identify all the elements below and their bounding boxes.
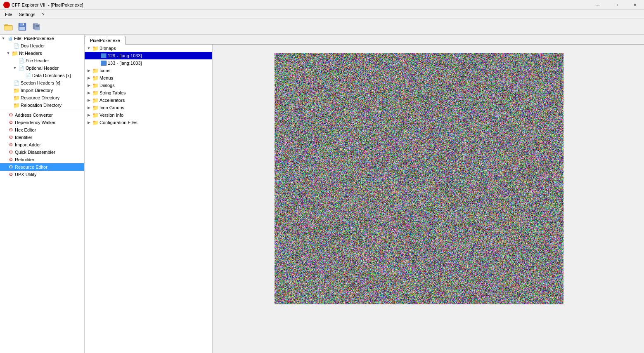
resource-node-version-info[interactable]: ▶ 📁 Version Info [85, 111, 212, 119]
expand-icon-groups[interactable]: ▶ [86, 105, 91, 110]
folder-version-info-icon: 📁 [92, 112, 99, 118]
resource-node-configuration-files[interactable]: ▶ 📁 Configuration Files [85, 119, 212, 126]
page-oh-icon: 📄 [18, 65, 25, 71]
expand-dialogs[interactable]: ▶ [86, 83, 91, 88]
section-headers-label: Section Headers [x] [21, 80, 60, 85]
left-panel: ▼ 🖥 File: PixelPoker.exe ▶ 📄 Dos Header … [0, 35, 85, 353]
expand-icons[interactable]: ▶ [86, 68, 91, 73]
folder-icons-icon: 📁 [92, 67, 99, 74]
svg-rect-5 [19, 27, 25, 30]
resource-node-string-tables[interactable]: ▶ 📁 String Tables [85, 89, 212, 96]
resource-node-bitmap-133[interactable]: ▶ 133 - [lang:1033] [85, 59, 212, 67]
title-text: CFF Explorer VIII - [PixelPoker.exe] [12, 2, 83, 7]
menus-label: Menus [99, 75, 113, 80]
tab-pixelpoker[interactable]: PixelPoker.exe [85, 36, 125, 45]
resource-node-dialogs[interactable]: ▶ 📁 Dialogs [85, 82, 212, 89]
folder-dialogs-icon: 📁 [92, 82, 99, 89]
tree-node-dos-header[interactable]: ▶ 📄 Dos Header [0, 42, 84, 49]
expand-configuration-files[interactable]: ▶ [86, 120, 91, 125]
minimize-button[interactable]: — [588, 0, 607, 10]
open-button[interactable] [2, 20, 15, 33]
bitmap-133-label: 133 - [lang:1033] [108, 61, 142, 66]
folder-string-tables-icon: 📁 [92, 89, 99, 96]
expand-string-tables[interactable]: ▶ [86, 90, 91, 95]
tree-node-relocation-directory[interactable]: ▶ 📁 Relocation Directory [0, 101, 84, 109]
menu-file[interactable]: File [2, 11, 16, 18]
expand-version-info[interactable]: ▶ [86, 113, 91, 118]
gear-ident-icon: ⚙ [7, 134, 14, 141]
title-bar: CFF Explorer VIII - [PixelPoker.exe] — □… [0, 0, 644, 10]
tree-node-import-adder[interactable]: ▶ ⚙ Import Adder [0, 141, 84, 148]
tree-node-file-header[interactable]: ▶ 📄 File Header [0, 57, 84, 64]
tree-node-rebuilder[interactable]: ▶ ⚙ Rebuilder [0, 156, 84, 163]
gear-qd-icon: ⚙ [7, 149, 14, 155]
copy-button[interactable] [30, 20, 43, 33]
menu-bar: File Settings ? [0, 10, 644, 19]
resource-node-icons[interactable]: ▶ 📁 Icons [85, 67, 212, 74]
version-info-label: Version Info [99, 113, 123, 118]
gear-reb-icon: ⚙ [7, 156, 14, 163]
menu-help[interactable]: ? [38, 11, 47, 18]
svg-rect-6 [23, 24, 24, 25]
tree-node-resource-directory[interactable]: ▶ 📁 Resource Directory [0, 94, 84, 101]
page-sh-icon: 📄 [13, 80, 20, 86]
expand-bitmaps[interactable]: ▼ [86, 46, 91, 51]
tree-node-import-directory[interactable]: ▶ 📁 Import Directory [0, 87, 84, 94]
tree-node-hex-editor[interactable]: ▶ ⚙ Hex Editor [0, 126, 84, 134]
menu-settings[interactable]: Settings [16, 11, 39, 18]
folder-accelerators-icon: 📁 [92, 97, 99, 104]
resource-editor-label: Resource Editor [15, 165, 47, 169]
right-panel: PixelPoker.exe ▼ 📁 Bitmaps ▶ 129 - [la [85, 35, 644, 353]
folder-bitmaps-icon: 📁 [92, 45, 99, 52]
gear-re-icon: ⚙ [7, 164, 14, 170]
bitmap-129-icon [100, 52, 107, 59]
tree-node-nt-headers[interactable]: ▼ 📁 Nt Headers [0, 49, 84, 57]
resource-node-accelerators[interactable]: ▶ 📁 Accelerators [85, 96, 212, 104]
tree-node-resource-editor[interactable]: ▶ ⚙ Resource Editor [0, 163, 84, 171]
folder-nt-icon: 📁 [12, 50, 18, 56]
tree-node-file-root[interactable]: ▼ 🖥 File: PixelPoker.exe [0, 35, 84, 42]
svg-rect-0 [5, 24, 8, 25]
resource-node-bitmaps[interactable]: ▼ 📁 Bitmaps [85, 45, 212, 52]
bitmap-129-label: 129 - [lang:1033] [108, 53, 142, 58]
optional-header-label: Optional Header [26, 66, 59, 71]
identifier-label: Identifier [15, 135, 32, 140]
file-root-label: File: PixelPoker.exe [14, 36, 54, 41]
gear-he-icon: ⚙ [7, 127, 14, 133]
tree-node-address-converter[interactable]: ▶ ⚙ Address Converter [0, 111, 84, 119]
resource-directory-label: Resource Directory [21, 95, 59, 100]
maximize-button[interactable]: □ [607, 0, 625, 10]
expand-nt-headers[interactable]: ▼ [6, 51, 11, 56]
tree-node-dependency-walker[interactable]: ▶ ⚙ Dependency Walker [0, 119, 84, 126]
toolbar [0, 19, 644, 35]
tree-node-identifier[interactable]: ▶ ⚙ Identifier [0, 134, 84, 141]
tree-node-upx-utility[interactable]: ▶ ⚙ UPX Utility [0, 171, 84, 178]
quick-disassembler-label: Quick Disassembler [15, 150, 55, 155]
svg-rect-11 [36, 28, 38, 28]
tree-node-section-headers[interactable]: ▶ 📄 Section Headers [x] [0, 79, 84, 87]
import-directory-label: Import Directory [21, 88, 53, 93]
content-area [213, 45, 644, 353]
tree-node-quick-disassembler[interactable]: ▶ ⚙ Quick Disassembler [0, 148, 84, 156]
save-button[interactable] [16, 20, 29, 33]
expand-optional-header[interactable]: ▼ [12, 66, 17, 71]
tree-node-data-directories[interactable]: ▶ 📄 Data Directories [x] [0, 72, 84, 79]
app-icon [3, 2, 10, 8]
svg-rect-9 [36, 25, 39, 26]
dialogs-label: Dialogs [99, 83, 115, 88]
expand-menus[interactable]: ▶ [86, 75, 91, 80]
folder-icon-groups-icon: 📁 [92, 104, 99, 111]
bitmap-133-icon [100, 60, 107, 66]
gear-upx-icon: ⚙ [7, 171, 14, 178]
expand-file-root[interactable]: ▼ [1, 36, 6, 41]
folder-reld-icon: 📁 [13, 102, 20, 108]
close-button[interactable]: ✕ [625, 0, 644, 10]
dos-header-label: Dos Header [21, 43, 45, 48]
resource-node-bitmap-129[interactable]: ▶ 129 - [lang:1033] [85, 52, 212, 59]
configuration-files-label: Configuration Files [99, 120, 137, 125]
resource-node-icon-groups[interactable]: ▶ 📁 Icon Groups [85, 104, 212, 111]
folder-rd-icon: 📁 [13, 94, 20, 101]
tree-node-optional-header[interactable]: ▼ 📄 Optional Header [0, 64, 84, 72]
resource-node-menus[interactable]: ▶ 📁 Menus [85, 74, 212, 82]
expand-accelerators[interactable]: ▶ [86, 98, 91, 103]
